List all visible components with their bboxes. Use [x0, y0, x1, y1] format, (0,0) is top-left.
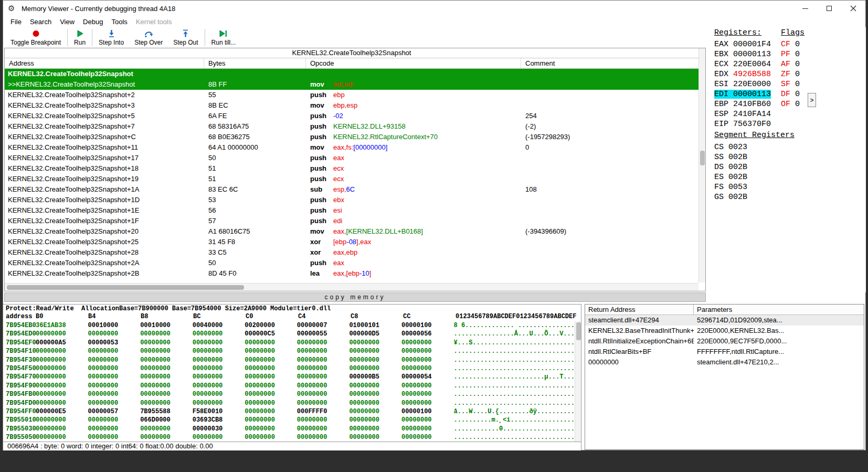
segment-register-ss[interactable]: SS 002B	[714, 152, 747, 162]
menu-view[interactable]: View	[56, 17, 79, 27]
disasm-row[interactable]: KERNEL32.CreateToolhelp32Snapshot+2531 4…	[5, 237, 698, 247]
disasm-bytes: 33 C5	[204, 247, 306, 258]
flag-af[interactable]: AF 0	[781, 59, 800, 69]
memory-row[interactable]: 7B954F3000000000000000000000000000000000…	[3, 356, 575, 364]
memory-ascii: ................................	[454, 347, 575, 355]
toolbar-run-button[interactable]: Run	[69, 27, 91, 48]
memory-value: 00000100	[401, 321, 454, 330]
register-ecx[interactable]: ECX 220E0064	[714, 59, 771, 69]
menu-kernel-tools[interactable]: Kernel tools	[132, 17, 176, 27]
disasm-row[interactable]: KERNEL32.CreateToolhelp32Snapshot+1164 A…	[5, 142, 698, 153]
disasm-row[interactable]: KERNEL32.CreateToolhelp32Snapshot+1951pu…	[5, 174, 698, 184]
memory-vscrollbar-thumb[interactable]	[576, 322, 581, 340]
segment-register-fs[interactable]: FS 0053	[714, 182, 747, 192]
segment-register-cs[interactable]: CS 0023	[714, 142, 747, 152]
register-ebp[interactable]: EBP 2410FB60	[714, 99, 771, 109]
toolbar-step-out-button[interactable]: Step Out	[168, 27, 203, 48]
flag-df[interactable]: DF 0	[781, 89, 800, 99]
stack-row[interactable]: ntdll.RtlClearBits+BFFFFFFFFF,ntdll.RtlC…	[585, 347, 864, 357]
disasm-row[interactable]: KERNEL32.CreateToolhelp32Snapshot+1851pu…	[5, 163, 698, 174]
segment-register-ds[interactable]: DS 002B	[714, 162, 747, 172]
toolbar-run-till-button[interactable]: Run till...	[206, 27, 241, 48]
memory-value: 00000000	[88, 382, 141, 390]
disasm-row[interactable]: KERNEL32.CreateToolhelp32Snapshot+1750pu…	[5, 153, 698, 163]
disasm-row[interactable]: >>KERNEL32.CreateToolhelp32Snapshot8B FF…	[5, 79, 698, 90]
menu-debug[interactable]: Debug	[79, 17, 107, 27]
disasm-row[interactable]: KERNEL32.CreateToolhelp32Snapshot+1F57pu…	[5, 216, 698, 226]
minimize-button[interactable]	[793, 1, 817, 16]
disasm-address: KERNEL32.CreateToolhelp32Snapshot+2A	[5, 258, 204, 268]
close-button[interactable]	[841, 1, 865, 16]
memory-row[interactable]: 7B954F7000000000000000000000000000000000…	[3, 373, 575, 381]
disasm-row[interactable]: KERNEL32.CreateToolhelp32Snapshot+1E56pu…	[5, 205, 698, 216]
flag-pf[interactable]: PF 0	[781, 49, 800, 59]
stack-row[interactable]: KERNEL32.BaseThreadInitThunk+19220E0000,…	[585, 326, 864, 336]
disasm-opcode: subesp,6C	[306, 184, 521, 195]
memory-row[interactable]: 7B954FB000000000000000000000000000000000…	[3, 390, 575, 398]
toolbar-step-over-button[interactable]: Step Over	[129, 27, 168, 48]
disasm-row[interactable]: KERNEL32.CreateToolhelp32Snapshot+2833 C…	[5, 247, 698, 258]
disasm-row[interactable]: KERNEL32.CreateToolhelp32Snapshot+255pus…	[5, 90, 698, 100]
memory-value: 00000000	[36, 364, 88, 373]
disassembly-hscrollbar[interactable]	[5, 283, 698, 291]
memory-row[interactable]: 7B954FD000000000000000000000000000000000…	[3, 399, 575, 407]
register-ebx[interactable]: EBX 00000113	[714, 49, 771, 59]
stack-row[interactable]: steamclient.dll+47E2945296714D,01D92009,…	[585, 315, 864, 326]
disasm-row[interactable]: KERNEL32.CreateToolhelp32Snapshot+768 58…	[5, 121, 698, 132]
disassembly-vscrollbar-thumb[interactable]	[700, 151, 705, 165]
stack-row[interactable]: 00000000steamclient.dll+47E210,2...	[585, 357, 864, 368]
disasm-bytes: 51	[204, 163, 306, 174]
maximize-button[interactable]	[817, 1, 841, 16]
memory-row[interactable]: 7B9550100000000000000000066D000003693CB8…	[3, 416, 575, 424]
memory-row[interactable]: 7B95505000000000000000000000000000000000…	[3, 433, 575, 442]
segment-register-gs[interactable]: GS 002B	[714, 192, 747, 202]
disassembly-hscrollbar-thumb[interactable]	[7, 285, 244, 290]
disasm-row[interactable]: KERNEL32.CreateToolhelp32Snapshot+C68 B0…	[5, 132, 698, 142]
register-edi[interactable]: EDI 00000113	[714, 89, 771, 99]
menu-search[interactable]: Search	[26, 17, 56, 27]
flag-sf[interactable]: SF 0	[781, 79, 800, 89]
disasm-bytes: 8D 45 F0	[204, 268, 306, 279]
disasm-row[interactable]: KERNEL32.CreateToolhelp32Snapshot+56A FE…	[5, 111, 698, 121]
toolbar-step-into-button[interactable]: Step Into	[93, 27, 129, 48]
disasm-row[interactable]: KERNEL32.CreateToolhelp32Snapshot+2A50pu…	[5, 258, 698, 268]
memory-row[interactable]: 7B954F9000000000000000000000000000000000…	[3, 382, 575, 390]
flag-of[interactable]: OF 0	[781, 99, 800, 109]
disasm-opcode: pushedi	[306, 216, 521, 226]
register-eip[interactable]: EIP 756370F0	[714, 119, 771, 129]
disassembly-vscrollbar[interactable]	[698, 48, 705, 282]
register-esp[interactable]: ESP 2410FA14	[714, 109, 771, 119]
disasm-row[interactable]: KERNEL32.CreateToolhelp32Snapshot+1D53pu…	[5, 195, 698, 205]
disasm-row[interactable]: KERNEL32.CreateToolhelp32Snapshot	[5, 69, 698, 79]
memory-row[interactable]: 7B954ED000000000000000000000000000000000…	[3, 330, 575, 338]
segment-register-es[interactable]: ES 002B	[714, 172, 747, 182]
memory-row[interactable]: 7B954F1000000000000000000000000000000000…	[3, 347, 575, 355]
disasm-row[interactable]: KERNEL32.CreateToolhelp32Snapshot+38B EC…	[5, 100, 698, 111]
menu-file[interactable]: File	[6, 17, 26, 27]
memory-vscrollbar[interactable]	[575, 321, 581, 442]
disasm-row[interactable]: KERNEL32.CreateToolhelp32Snapshot+2B8D 4…	[5, 268, 698, 279]
stack-row[interactable]: ntdll.RtlInitializeExceptionChain+6B220E…	[585, 336, 864, 347]
flag-cf[interactable]: CF 0	[781, 39, 800, 49]
register-eax[interactable]: EAX 000001F4	[714, 39, 771, 49]
memory-value: 00000000	[297, 364, 350, 373]
memory-row[interactable]: 7B954EF0000000A5000000530000000000000000…	[3, 339, 575, 347]
disasm-comment	[521, 216, 698, 226]
menu-tools[interactable]: Tools	[107, 17, 131, 27]
memory-row[interactable]: 7B954EB036E1AB38000100000001000000040000…	[3, 321, 575, 330]
memory-row[interactable]: 7B954F5000000000000000000000000000000000…	[3, 364, 575, 373]
flag-zf[interactable]: ZF 0	[781, 69, 800, 79]
disasm-opcode: xor[ebp-08],eax	[306, 237, 521, 247]
disasm-row[interactable]: KERNEL32.CreateToolhelp32Snapshot+1A83 E…	[5, 184, 698, 195]
disasm-address: KERNEL32.CreateToolhelp32Snapshot+7	[5, 121, 204, 132]
memory-row[interactable]: 7B954FF0000000E5000000577B955588F58E0010…	[3, 407, 575, 416]
register-edx[interactable]: EDX 4926B588	[714, 69, 771, 79]
register-esi[interactable]: ESI 220E0000	[714, 79, 771, 89]
disasm-row[interactable]: KERNEL32.CreateToolhelp32Snapshot+20A1 6…	[5, 226, 698, 237]
expand-button[interactable]: >	[808, 93, 816, 107]
copy-memory-button[interactable]: copy memory	[4, 292, 706, 302]
memory-row[interactable]: 7B95503000000000000000000000000000000030…	[3, 425, 575, 433]
memory-region-info: Protect:Read/Write AllocationBase=7B9000…	[6, 305, 331, 312]
toolbar-toggle-breakpoint-button[interactable]: Toggle Breakpoint	[5, 27, 66, 48]
memory-value: 066D0000	[140, 416, 193, 424]
